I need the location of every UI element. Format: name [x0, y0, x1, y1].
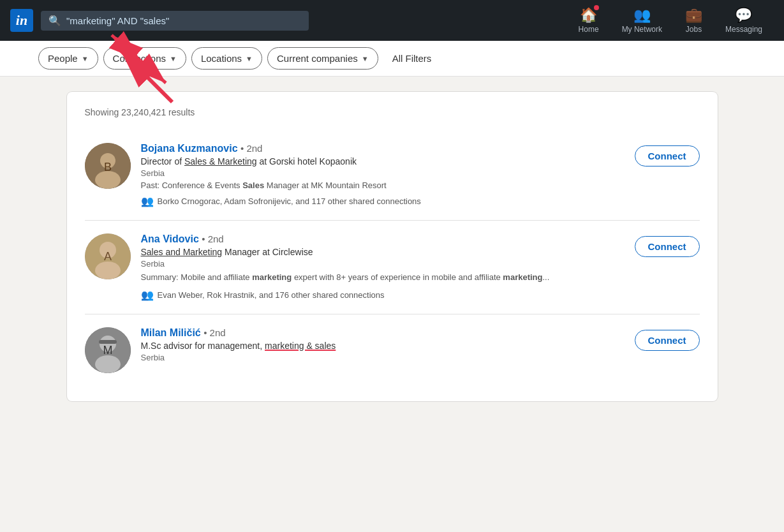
person-location: Serbia — [141, 168, 700, 178]
person-title: Director of Sales & Marketing at Gorski … — [141, 156, 700, 166]
table-row: A Ana Vidovic • 2nd Sales and Marketing … — [85, 221, 700, 314]
locations-filter-btn[interactable]: Locations ▼ — [191, 47, 262, 70]
nav-my-network-label: My Network — [622, 25, 662, 34]
people-chevron-icon: ▼ — [82, 55, 89, 63]
jobs-icon: 💼 — [685, 7, 702, 24]
mutual-connections-icon: 👥 — [141, 289, 154, 301]
person-info: Bojana Kuzmanovic • 2nd Director of Sale… — [141, 143, 700, 207]
current-companies-filter-label: Current companies — [277, 53, 358, 64]
avatar: B — [85, 143, 131, 189]
people-filter-btn[interactable]: People ▼ — [38, 47, 98, 70]
home-icon: 🏠 — [580, 7, 597, 24]
search-icon: 🔍 — [48, 15, 61, 27]
svg-text:M: M — [103, 344, 112, 357]
people-filter-label: People — [48, 53, 78, 64]
person-past: Past: Conference & Events Sales Manager … — [141, 181, 700, 190]
avatar: M — [85, 327, 131, 373]
nav-jobs-label: Jobs — [686, 25, 702, 34]
messaging-icon: 💬 — [735, 7, 752, 24]
nav-messaging-label: Messaging — [725, 25, 762, 34]
nav-my-network[interactable]: 👥 My Network — [610, 0, 674, 41]
filter-bar: People ▼ Connections ▼ Locations ▼ Curre… — [0, 41, 784, 77]
current-companies-chevron-icon: ▼ — [362, 55, 369, 63]
person-info: Milan Miličić • 2nd M.Sc advisor for man… — [141, 327, 700, 364]
nav-jobs[interactable]: 💼 Jobs — [674, 0, 714, 41]
connect-button-wrap: Connect — [635, 236, 700, 257]
svg-point-2 — [95, 171, 121, 189]
connections-filter-btn[interactable]: Connections ▼ — [103, 47, 186, 70]
results-card: Showing 23,240,421 results B Bojana Kuzm… — [67, 92, 718, 401]
person-name[interactable]: Milan Miličić • 2nd — [141, 327, 700, 339]
avatar: A — [85, 233, 131, 279]
connect-button[interactable]: Connect — [635, 145, 700, 166]
main-content: Showing 23,240,421 results B Bojana Kuzm… — [29, 92, 756, 401]
nav-items: 🏠 Home 👥 My Network 💼 Jobs 💬 Messaging — [567, 0, 774, 41]
connect-button[interactable]: Connect — [635, 236, 700, 257]
mutual-connections: 👥 Borko Crnogorac, Adam Sofronijevic, an… — [141, 195, 700, 207]
person-name[interactable]: Bojana Kuzmanovic • 2nd — [141, 143, 700, 154]
connections-chevron-icon: ▼ — [170, 55, 177, 63]
nav-home[interactable]: 🏠 Home — [567, 0, 610, 41]
search-box: 🔍 — [41, 11, 309, 31]
person-title: M.Sc advisor for management, marketing &… — [141, 341, 700, 351]
locations-filter-label: Locations — [201, 53, 242, 64]
svg-point-6 — [95, 262, 121, 279]
svg-text:B: B — [103, 161, 111, 174]
person-location: Serbia — [141, 259, 700, 269]
table-row: M Milan Miličić • 2nd M.Sc advisor for m… — [85, 314, 700, 386]
person-location: Serbia — [141, 353, 700, 362]
navbar: in 🔍 🏠 Home 👥 My Network 💼 Jobs 💬 Messag… — [0, 0, 784, 41]
connect-button-wrap: Connect — [635, 330, 700, 351]
svg-text:A: A — [103, 250, 111, 263]
locations-chevron-icon: ▼ — [246, 55, 253, 63]
person-name[interactable]: Ana Vidovic • 2nd — [141, 233, 700, 245]
svg-point-10 — [95, 355, 121, 373]
mutual-connections-icon: 👥 — [141, 195, 154, 207]
nav-home-label: Home — [579, 25, 599, 34]
person-info: Ana Vidovic • 2nd Sales and Marketing Ma… — [141, 233, 700, 301]
connections-filter-label: Connections — [113, 53, 166, 64]
connect-button[interactable]: Connect — [635, 330, 700, 351]
notification-badge — [594, 5, 599, 10]
person-title: Sales and Marketing Manager at Circlewis… — [141, 247, 700, 257]
linkedin-logo[interactable]: in — [10, 9, 33, 32]
my-network-icon: 👥 — [633, 7, 651, 24]
current-companies-filter-btn[interactable]: Current companies ▼ — [267, 47, 378, 70]
all-filters-btn[interactable]: All Filters — [383, 48, 441, 69]
search-input[interactable] — [66, 15, 301, 26]
person-summary: Summary: Mobile and affiliate marketing … — [141, 271, 700, 284]
all-filters-label: All Filters — [392, 53, 432, 64]
nav-messaging[interactable]: 💬 Messaging — [714, 0, 774, 41]
mutual-connections: 👥 Evan Weber, Rok Hrastnik, and 176 othe… — [141, 289, 700, 301]
results-count: Showing 23,240,421 results — [85, 107, 700, 117]
connect-button-wrap: Connect — [635, 145, 700, 166]
table-row: B Bojana Kuzmanovic • 2nd Director of Sa… — [85, 130, 700, 221]
